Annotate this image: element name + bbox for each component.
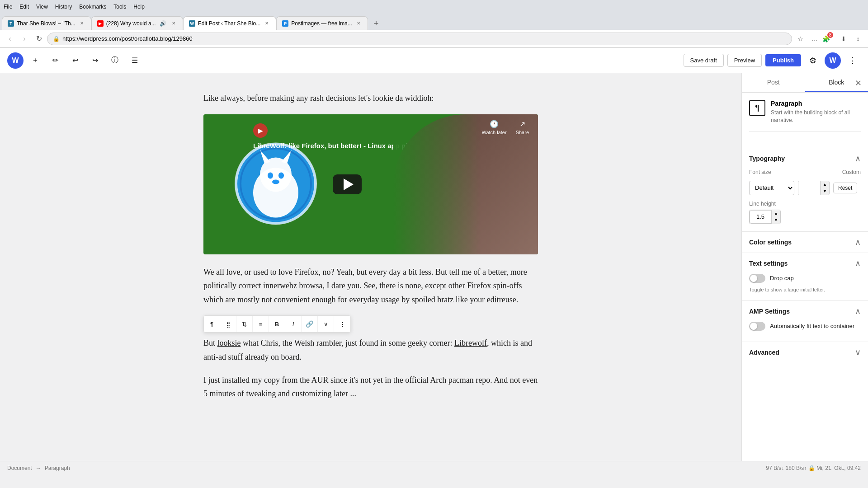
menu-help[interactable]: Help: [133, 4, 145, 10]
play-button[interactable]: [333, 174, 362, 194]
toolbar-options-btn[interactable]: ⋮: [334, 316, 350, 332]
browser-tab-1[interactable]: T Thar She Blows! – "Th... ✕: [2, 16, 91, 30]
wp-user-avatar[interactable]: W: [825, 52, 841, 69]
typography-section-title: Typography: [749, 155, 785, 162]
text-settings-header[interactable]: Text settings ∧: [742, 253, 868, 274]
refresh-button[interactable]: ↻: [33, 33, 45, 45]
tab2-close[interactable]: ✕: [170, 20, 177, 27]
browser-menu-bar: File Edit View History Bookmarks Tools H…: [0, 0, 868, 14]
amp-settings-title: AMP Settings: [749, 308, 790, 315]
editor-content[interactable]: Like always, before making any rash deci…: [0, 73, 741, 461]
line-height-field[interactable]: [750, 210, 771, 224]
browser-tab-2[interactable]: ▶ (228) Why would a... 🔊 ✕: [91, 16, 183, 30]
more-actions-button[interactable]: ⋮: [844, 52, 861, 69]
bookmark-star-button[interactable]: ☆: [794, 33, 807, 45]
toolbar-move-btn[interactable]: ⣿: [220, 316, 236, 332]
paragraph-block-1[interactable]: Like always, before making any rash deci…: [203, 91, 538, 105]
font-size-custom-label: Custom: [842, 169, 861, 175]
menu-file[interactable]: File: [4, 4, 12, 10]
back-button[interactable]: ‹: [4, 33, 16, 45]
amp-auto-fit-toggle[interactable]: [749, 322, 765, 331]
amp-toggle-knob: [750, 323, 757, 330]
sidebar-tabs: Post Block ✕: [742, 73, 868, 93]
sync-button[interactable]: ↕: [852, 33, 864, 45]
sidebar-close-button[interactable]: ✕: [852, 77, 864, 89]
tools-button[interactable]: ✏: [47, 52, 63, 69]
more-options-button[interactable]: …: [808, 33, 821, 45]
watch-later-label: Watch later: [481, 130, 506, 135]
custom-font-size-field[interactable]: [798, 181, 820, 195]
font-size-select[interactable]: Default Small Medium Large X-Large: [749, 181, 794, 195]
inline-toolbar-wrap: ¶ ⣿ ⇅ ≡ B I 🔗 ∨ ⋮: [203, 315, 538, 333]
amp-settings-content: Automatically fit text to container: [742, 322, 868, 342]
menu-bookmarks[interactable]: Bookmarks: [79, 4, 106, 10]
tab1-close[interactable]: ✕: [78, 20, 85, 27]
menu-tools[interactable]: Tools: [113, 4, 126, 10]
undo-button[interactable]: ↩: [67, 52, 83, 69]
tab-post[interactable]: Post: [742, 73, 805, 92]
right-sidebar: Post Block ✕ ¶ Paragraph Start with the …: [741, 73, 868, 461]
watch-later-control[interactable]: 🕐 Watch later: [481, 120, 506, 135]
toolbar-reorder-btn[interactable]: ⇅: [236, 316, 253, 332]
svg-point-6: [278, 172, 284, 178]
color-settings-header[interactable]: Color settings ∧: [742, 232, 868, 253]
redo-button[interactable]: ↪: [87, 52, 103, 69]
toolbar-link-btn[interactable]: 🔗: [302, 316, 318, 332]
url-input[interactable]: [62, 35, 786, 42]
advanced-toggle-icon: ∨: [855, 347, 861, 357]
inline-toolbar: ¶ ⣿ ⇅ ≡ B I 🔗 ∨ ⋮: [203, 315, 351, 333]
font-size-up-btn[interactable]: ▲: [820, 181, 829, 188]
list-view-button[interactable]: ☰: [127, 52, 143, 69]
publish-button[interactable]: Publish: [765, 54, 801, 66]
advanced-section-title: Advanced: [749, 349, 779, 356]
forward-button[interactable]: ›: [18, 33, 31, 45]
paragraph-block-4[interactable]: I just installed my copy from the AUR si…: [203, 373, 538, 401]
toolbar-align-btn[interactable]: ≡: [253, 316, 269, 332]
amp-settings-header[interactable]: AMP Settings ∧: [742, 301, 868, 322]
line-height-up-btn[interactable]: ▲: [771, 210, 780, 217]
font-size-reset-button[interactable]: Reset: [833, 183, 857, 193]
typography-section-header[interactable]: Typography ∧: [742, 148, 868, 169]
drop-cap-toggle[interactable]: [749, 274, 765, 283]
url-bar[interactable]: 🔒: [47, 33, 792, 45]
preview-button[interactable]: Preview: [727, 54, 762, 67]
tab-bar: T Thar She Blows! – "Th... ✕ ▶ (228) Why…: [0, 14, 868, 30]
add-block-button[interactable]: ＋: [27, 52, 43, 69]
svg-point-7: [272, 179, 279, 184]
browser-tab-3[interactable]: W Edit Post ‹ Thar She Blo... ✕: [183, 16, 277, 30]
video-embed-block[interactable]: ▶ LibreWolf: like Firefox, but better! -…: [203, 114, 538, 254]
wp-logo[interactable]: W: [7, 52, 24, 69]
font-size-down-btn[interactable]: ▼: [820, 188, 829, 195]
menu-history[interactable]: History: [55, 4, 72, 10]
breadcrumb-document[interactable]: Document: [7, 465, 32, 471]
line-height-down-btn[interactable]: ▼: [771, 217, 780, 224]
amp-settings-toggle-icon: ∧: [855, 306, 861, 316]
line-height-spinner-btns: ▲ ▼: [771, 210, 780, 224]
toolbar-bold-btn[interactable]: B: [269, 316, 285, 332]
breadcrumb-paragraph[interactable]: Paragraph: [45, 465, 70, 471]
extensions-button[interactable]: 🧩 8: [823, 33, 835, 45]
toolbar-paragraph-btn[interactable]: ¶: [204, 316, 220, 332]
toolbar-italic-btn[interactable]: I: [285, 316, 302, 332]
menu-view[interactable]: View: [36, 4, 48, 10]
browser-tab-4[interactable]: P Postimages — free ima... ✕: [276, 16, 368, 30]
block-type-info: ¶ Paragraph Start with the building bloc…: [749, 100, 861, 132]
paragraph-block-3[interactable]: But looksie what Chris, the Welsh ramble…: [203, 336, 538, 364]
toolbar-more-btn[interactable]: ∨: [318, 316, 334, 332]
share-control[interactable]: ↗ Share: [516, 120, 529, 135]
status-bar-right: 97 B/s↓ 180 B/s↑ 🔒 Mi, 21. Okt., 09:42: [766, 465, 861, 471]
advanced-section-header[interactable]: Advanced ∨: [742, 342, 868, 363]
paragraph-block-2[interactable]: We all love, or used to love Firefox, no…: [203, 265, 538, 307]
toolbar-right: Save draft Preview Publish ⚙ W ⋮: [684, 52, 861, 69]
tab3-close[interactable]: ✕: [263, 20, 270, 27]
details-button[interactable]: ⓘ: [107, 52, 123, 69]
tab4-close[interactable]: ✕: [355, 20, 362, 27]
save-draft-button[interactable]: Save draft: [684, 54, 724, 67]
menu-edit[interactable]: Edit: [19, 4, 29, 10]
downloads-button[interactable]: ⬇: [837, 33, 850, 45]
tab1-title: Thar She Blows! – "Th...: [17, 20, 75, 27]
color-settings-section: Color settings ∧: [742, 232, 868, 253]
settings-button[interactable]: ⚙: [805, 52, 821, 69]
advanced-section: Advanced ∨: [742, 342, 868, 363]
new-tab-button[interactable]: +: [370, 17, 382, 30]
